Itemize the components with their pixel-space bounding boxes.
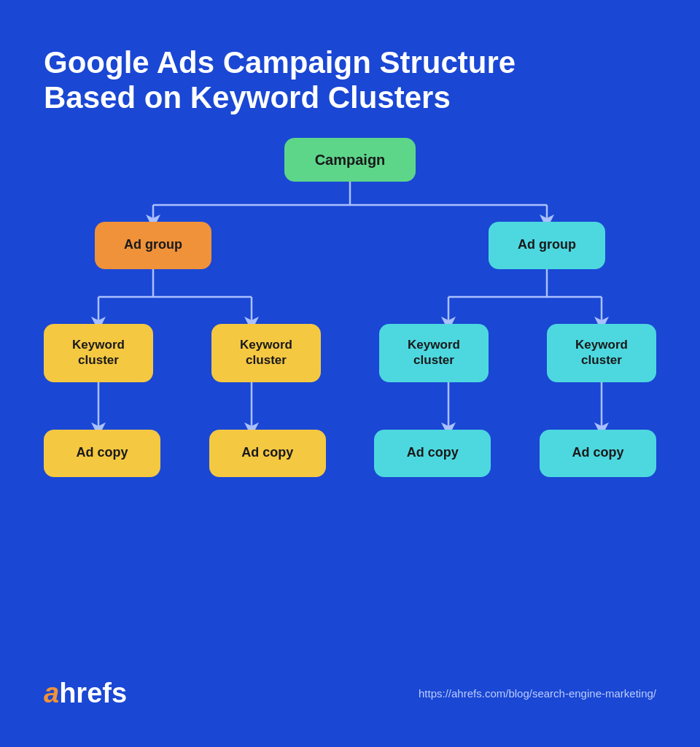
page-title: Google Ads Campaign StructureBased on Ke…: [44, 45, 516, 116]
logo-a: a: [44, 678, 59, 709]
ahrefs-logo: a hrefs: [44, 678, 127, 709]
diagram: Campaign Ad group Ad group Keywordcluste…: [44, 138, 656, 488]
keyword-cluster-4-node: Keywordcluster: [547, 324, 656, 382]
keyword-cluster-2-node: Keywordcluster: [211, 324, 321, 382]
row-adgroups: Ad group Ad group: [95, 222, 605, 269]
adgroup-right-node: Ad group: [489, 222, 605, 269]
footer: a hrefs https://ahrefs.com/blog/search-e…: [44, 670, 656, 709]
row-campaign: Campaign: [284, 138, 416, 182]
row-keywords: Keywordcluster Keywordcluster Keywordclu…: [44, 324, 656, 382]
keyword-cluster-3-node: Keywordcluster: [379, 324, 489, 382]
adcopy-2-node: Ad copy: [209, 430, 326, 477]
row-adcopies: Ad copy Ad copy Ad copy Ad copy: [44, 430, 656, 477]
main-container: Google Ads Campaign StructureBased on Ke…: [15, 16, 685, 731]
adcopy-3-node: Ad copy: [374, 430, 491, 477]
campaign-node: Campaign: [284, 138, 416, 182]
logo-hrefs: hrefs: [59, 678, 127, 709]
adcopy-1-node: Ad copy: [44, 430, 160, 477]
footer-url: https://ahrefs.com/blog/search-engine-ma…: [419, 687, 656, 700]
adgroup-left-node: Ad group: [95, 222, 211, 269]
keyword-cluster-1-node: Keywordcluster: [44, 324, 153, 382]
adcopy-4-node: Ad copy: [540, 430, 656, 477]
